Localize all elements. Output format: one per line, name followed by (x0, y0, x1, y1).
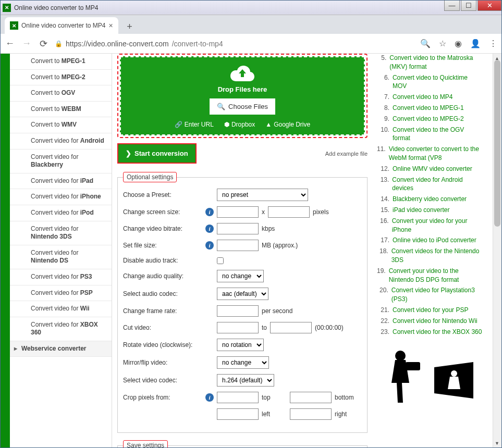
video-codec-select[interactable]: h.264 (default) (217, 374, 274, 387)
cut-to-input[interactable] (270, 322, 312, 333)
sidebar-item[interactable]: Convert video for iPad (10, 173, 112, 190)
sidebar-item[interactable]: Convert video for Blackberry (10, 150, 112, 173)
rotate-select[interactable]: no rotation (217, 339, 264, 351)
cut-from-input[interactable] (217, 322, 259, 333)
bitrate-input[interactable] (217, 223, 259, 234)
info-icon[interactable]: i (205, 393, 214, 402)
sidebar-item[interactable]: Convert video for Wii (10, 301, 112, 317)
scroll-thumb[interactable] (494, 60, 500, 227)
sidebar-item[interactable]: Convert video for iPhone (10, 189, 112, 205)
minimize-button[interactable]: — (444, 1, 460, 11)
crop-right-input[interactable] (290, 408, 332, 420)
page-content: Convert to MPEG-1Convert to MPEG-2Conver… (1, 54, 501, 447)
scrollbar[interactable]: ▲ ▼ (493, 54, 501, 447)
related-link-item: 11.Video converter to convert to the Web… (377, 145, 483, 163)
sidebar-item[interactable]: Convert to MPEG-1 (10, 54, 112, 70)
back-button[interactable]: ← (5, 38, 15, 49)
profile-icon[interactable]: 👤 (470, 39, 481, 48)
sidebar-item[interactable]: Convert video for PSP (10, 285, 112, 302)
dropbox-link[interactable]: ⬢ Dropbox (224, 121, 255, 128)
preset-select[interactable]: no preset (217, 189, 308, 201)
related-link[interactable]: Convert video to the Matroska (MKV) form… (389, 54, 483, 71)
related-link[interactable]: Convert video for Android devices (392, 176, 483, 193)
choose-files-button[interactable]: 🔍Choose Files (210, 98, 275, 115)
mirror-select[interactable]: no change (217, 356, 269, 369)
related-link[interactable]: Convert video to Quicktime MOV (393, 73, 483, 91)
reload-button[interactable]: ⟳ (38, 38, 48, 49)
related-link[interactable]: Convert videos for the Nintendo 3DS (391, 247, 483, 265)
extension-icon[interactable]: ◉ (455, 39, 462, 48)
url-field[interactable]: 🔒 https://video.online-convert.com/conve… (55, 40, 414, 48)
crop-bottom-input[interactable] (290, 392, 332, 403)
crop-top-input[interactable] (217, 392, 259, 403)
related-link-item: 14.Blackberry video converter (377, 195, 483, 204)
related-link[interactable]: Convert your video to the Nintendo DS DP… (389, 267, 483, 284)
related-link[interactable]: Blackberry video converter (393, 195, 467, 204)
sidebar-item[interactable]: Convert video for Nintendo DS (10, 245, 112, 269)
sidebar-header[interactable]: Webservice converter (10, 341, 112, 357)
browser-window: ✕ Online video converter to MP4 — ☐ ✕ ✕ … (0, 0, 502, 448)
illustration (377, 346, 483, 404)
disable-audio-checkbox[interactable] (217, 257, 224, 264)
related-link[interactable]: Convert video for your PSP (393, 306, 468, 315)
lock-icon: 🔒 (55, 40, 63, 47)
browser-tab[interactable]: ✕ Online video converter to MP4 × (5, 17, 118, 34)
framerate-input[interactable] (217, 305, 259, 317)
sidebar-item[interactable]: Convert to WMV (10, 117, 112, 133)
info-icon[interactable]: i (205, 241, 214, 250)
related-link[interactable]: Convert your video for your iPhone (392, 217, 483, 234)
info-icon[interactable]: i (205, 225, 214, 233)
related-link[interactable]: Convert video for Nintendo Wii (393, 317, 477, 326)
related-link-item: 16.Convert your video for your iPhone (377, 217, 483, 234)
related-link-item: 21.Convert video for your PSP (377, 306, 483, 315)
sidebar-item[interactable]: Convert video for PS3 (10, 269, 112, 285)
related-link[interactable]: Convert video to MPEG-2 (393, 115, 464, 123)
add-example-link[interactable]: Add example file (325, 151, 368, 157)
favicon: ✕ (10, 21, 18, 30)
dropzone[interactable]: Drop Files here 🔍Choose Files 🔗 Enter UR… (117, 54, 368, 138)
sidebar-item[interactable]: Convert to MPEG-2 (10, 70, 112, 86)
sidebar-item[interactable]: Convert to WEBM (10, 102, 112, 118)
related-link[interactable]: Convert video to MP4 (393, 93, 452, 102)
bookmark-icon[interactable]: ☆ (439, 39, 446, 48)
start-conversion-button[interactable]: ❯ Start conversion (117, 143, 197, 164)
enter-url-link[interactable]: 🔗 Enter URL (175, 121, 214, 128)
forward-button[interactable]: → (21, 38, 32, 49)
info-icon[interactable]: i (205, 208, 214, 216)
sidebar-item[interactable]: Convert video for Android (10, 133, 112, 150)
related-link[interactable]: Video converter to convert to the WebM f… (389, 145, 483, 163)
right-column: 5.Convert video to the Matroska (MKV) fo… (373, 54, 487, 447)
related-link[interactable]: iPad video converter (393, 206, 449, 215)
zoom-icon[interactable]: 🔍 (420, 39, 431, 48)
related-link-item: 6.Convert video to Quicktime MOV (377, 73, 483, 91)
sidebar: Convert to MPEG-1Convert to MPEG-2Conver… (10, 54, 112, 447)
related-link[interactable]: Convert video for the XBOX 360 (393, 328, 482, 337)
sidebar-item[interactable]: Convert video for XBOX 360 (10, 317, 112, 341)
tab-close-icon[interactable]: × (108, 21, 113, 30)
scroll-down-icon[interactable]: ▼ (493, 439, 501, 447)
height-input[interactable] (268, 206, 310, 218)
sidebar-item[interactable]: Convert to OGV (10, 85, 112, 102)
url-path: /convert-to-mp4 (172, 40, 223, 48)
google-drive-link[interactable]: ▲ Google Drive (265, 121, 310, 128)
related-link[interactable]: Convert video to MPEG-1 (393, 104, 464, 113)
search-icon: 🔍 (217, 103, 225, 110)
audio-codec-select[interactable]: aac (default) (217, 288, 268, 300)
related-link[interactable]: Convert video for Playstation3 (PS3) (391, 286, 483, 304)
crop-left-input[interactable] (217, 408, 259, 420)
width-input[interactable] (217, 206, 259, 218)
close-button[interactable]: ✕ (477, 1, 501, 11)
related-link-item: 13.Convert video for Android devices (377, 176, 483, 193)
filesize-input[interactable] (217, 240, 259, 251)
bitrate-label: Change video bitrate: (123, 225, 205, 232)
new-tab-button[interactable]: + (123, 19, 137, 34)
related-link-item: 9.Convert video to MPEG-2 (377, 115, 483, 123)
related-link[interactable]: Online WMV video converter (393, 165, 472, 173)
audio-quality-select[interactable]: no change (217, 270, 264, 282)
sidebar-item[interactable]: Convert video for iPod (10, 205, 112, 221)
related-link[interactable]: Convert video to the OGV format (393, 126, 483, 143)
sidebar-item[interactable]: Convert video for Nintendo 3DS (10, 221, 112, 245)
related-link[interactable]: Online video to iPod converter (393, 236, 476, 245)
maximize-button[interactable]: ☐ (461, 1, 476, 11)
menu-icon[interactable]: ⋮ (489, 39, 497, 48)
